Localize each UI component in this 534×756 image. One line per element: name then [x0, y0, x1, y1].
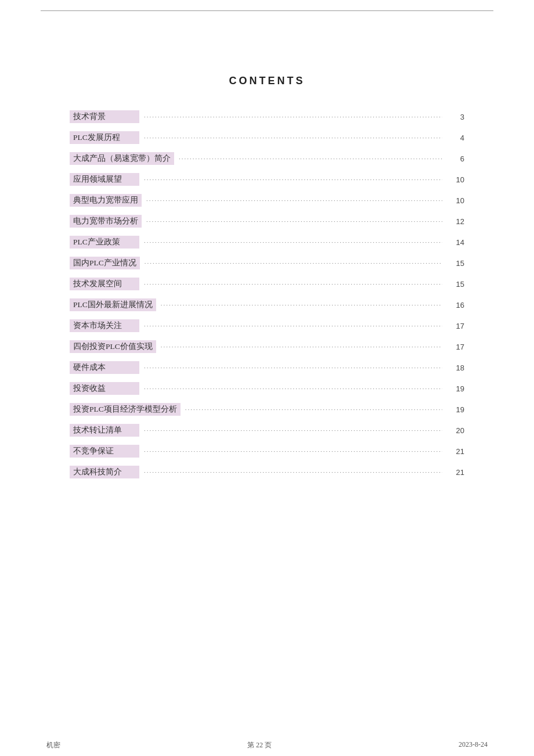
toc-dots: ········································… [139, 239, 447, 246]
toc-label: PLC国外最新进展情况 [70, 298, 156, 311]
toc-label: 不竞争保证 [70, 445, 139, 458]
footer-left: 机密 [46, 740, 60, 750]
toc-dots-inner: ········································… [144, 280, 442, 287]
toc-label: 应用领域展望 [70, 173, 139, 186]
toc-dots: ········································… [139, 364, 447, 371]
footer: 机密 第 22 页 2023-8-24 [0, 740, 534, 750]
toc-page-number: 21 [447, 447, 464, 456]
toc-dots-inner: ········································… [144, 427, 442, 434]
toc-dots: ········································… [142, 218, 447, 225]
toc-page-number: 3 [447, 113, 464, 121]
toc-page-number: 18 [447, 363, 464, 372]
toc-label: PLC产业政策 [70, 236, 139, 249]
toc-dots: ········································… [139, 469, 447, 476]
toc-table: 技术背景····································… [70, 110, 464, 478]
toc-row: 应用领域展望··································… [70, 173, 464, 186]
toc-row: 资本市场关注··································… [70, 319, 464, 332]
toc-page-number: 19 [447, 405, 464, 414]
toc-row: 电力宽带市场分析································… [70, 215, 464, 228]
toc-label: 投资收益 [70, 382, 139, 395]
toc-row: 投资PLC项目经济学模型分析··························… [70, 403, 464, 416]
toc-row: 技术发展空间··································… [70, 278, 464, 290]
toc-page-number: 10 [447, 175, 464, 184]
toc-dots-inner: ········································… [185, 406, 442, 413]
toc-dots-inner: ········································… [179, 155, 442, 162]
toc-row: PLC国外最新进展情况·····························… [70, 298, 464, 311]
toc-label: 硬件成本 [70, 361, 139, 374]
toc-row: 四创投资PLC价值实现·····························… [70, 340, 464, 353]
toc-label: 技术发展空间 [70, 278, 139, 290]
toc-dots: ········································… [139, 176, 447, 183]
toc-dots-inner: ········································… [144, 134, 442, 141]
toc-label: 四创投资PLC价值实现 [70, 340, 156, 353]
toc-label: 资本市场关注 [70, 319, 139, 332]
toc-label: 大成科技简介 [70, 466, 139, 478]
toc-dots-inner: ········································… [161, 343, 442, 350]
toc-dots: ········································… [139, 385, 447, 392]
toc-label: 国内PLC产业情况 [70, 257, 140, 269]
toc-row: 技术转让清单··································… [70, 424, 464, 437]
toc-dots: ········································… [174, 155, 447, 162]
toc-label: 技术背景 [70, 110, 139, 123]
toc-dots: ········································… [139, 280, 447, 287]
toc-label: 大成产品（易速宽带）简介 [70, 152, 174, 165]
toc-label: PLC发展历程 [70, 131, 139, 144]
toc-dots: ········································… [156, 301, 447, 308]
toc-dots: ········································… [139, 427, 447, 434]
toc-page-number: 14 [447, 238, 464, 247]
top-line [41, 10, 493, 11]
toc-label: 电力宽带市场分析 [70, 215, 142, 228]
toc-row: 国内PLC产业情况·······························… [70, 257, 464, 269]
toc-row: 硬件成本····································… [70, 361, 464, 374]
toc-page-number: 15 [447, 280, 464, 289]
page-container: CONTENTS 技术背景···························… [0, 10, 534, 756]
toc-dots-inner: ········································… [161, 301, 442, 308]
toc-dots: ········································… [139, 448, 447, 455]
toc-dots: ········································… [156, 343, 447, 350]
toc-dots: ········································… [139, 134, 447, 141]
toc-row: 技术背景····································… [70, 110, 464, 123]
toc-dots: ········································… [142, 197, 447, 204]
toc-dots-inner: ········································… [146, 218, 442, 225]
toc-page-number: 15 [447, 259, 464, 268]
toc-dots-inner: ········································… [145, 260, 442, 267]
toc-label: 投资PLC项目经济学模型分析 [70, 403, 181, 416]
toc-label: 典型电力宽带应用 [70, 194, 142, 207]
toc-dots-inner: ········································… [144, 322, 442, 329]
toc-row: 投资收益····································… [70, 382, 464, 395]
toc-page-number: 4 [447, 134, 464, 142]
contents-title: CONTENTS [0, 75, 534, 87]
toc-page-number: 16 [447, 301, 464, 309]
toc-dots-inner: ········································… [144, 385, 442, 392]
toc-label: 技术转让清单 [70, 424, 139, 437]
toc-row: 不竞争保证···································… [70, 445, 464, 458]
toc-row: PLC发展历程·································… [70, 131, 464, 144]
toc-dots-inner: ········································… [144, 448, 442, 455]
toc-dots-inner: ········································… [144, 239, 442, 246]
toc-dots-inner: ········································… [146, 197, 442, 204]
toc-dots: ········································… [181, 406, 447, 413]
toc-page-number: 21 [447, 468, 464, 477]
toc-dots-inner: ········································… [144, 176, 442, 183]
toc-page-number: 12 [447, 217, 464, 226]
toc-dots: ········································… [139, 113, 447, 120]
toc-dots-inner: ········································… [144, 364, 442, 371]
toc-dots: ········································… [140, 260, 447, 267]
toc-dots-inner: ········································… [144, 469, 442, 476]
toc-dots: ········································… [139, 322, 447, 329]
toc-page-number: 6 [447, 154, 464, 163]
footer-right: 2023-8-24 [459, 740, 488, 750]
toc-page-number: 20 [447, 426, 464, 435]
toc-row: 典型电力宽带应用································… [70, 194, 464, 207]
toc-row: 大成产品（易速宽带）简介····························… [70, 152, 464, 165]
footer-center: 第 22 页 [247, 740, 272, 750]
toc-row: PLC产业政策·································… [70, 236, 464, 249]
toc-page-number: 17 [447, 322, 464, 330]
toc-page-number: 17 [447, 343, 464, 351]
toc-page-number: 19 [447, 384, 464, 393]
toc-row: 大成科技简介··································… [70, 466, 464, 478]
toc-page-number: 10 [447, 196, 464, 205]
toc-dots-inner: ········································… [144, 113, 442, 120]
